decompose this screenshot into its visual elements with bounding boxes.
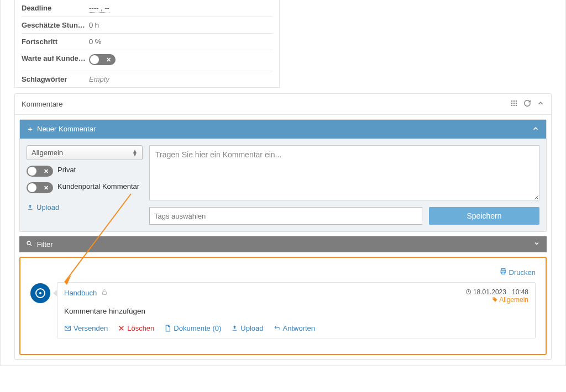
detail-label: Deadline — [22, 4, 89, 13]
new-comment-header[interactable]: ＋Neuer Kommentar — [20, 120, 546, 139]
chevron-updown-icon: ▲▼ — [132, 150, 138, 156]
detail-row-deadline: Deadline ---- , -- — [15, 0, 279, 17]
detail-row-tags: Schlagwörter Empty — [15, 71, 279, 87]
mail-icon — [64, 325, 71, 332]
plus-icon: ＋ — [27, 125, 34, 133]
comment-category[interactable]: Allgemein — [499, 296, 528, 304]
detail-row-progress: Fortschritt 0 % — [15, 34, 279, 50]
svg-point-4 — [513, 103, 515, 104]
portal-label: Kundenportal Kommentar — [57, 182, 143, 190]
reply-action[interactable]: Antworten — [274, 324, 316, 332]
close-icon: ✕ — [44, 168, 49, 175]
new-comment-panel: ＋Neuer Kommentar Allgemein ▲▼ ✕ Privat — [19, 119, 547, 232]
svg-point-7 — [513, 105, 515, 107]
filter-bar[interactable]: Filter — [19, 236, 547, 252]
print-icon — [500, 268, 507, 275]
hours-value[interactable]: 0 h — [89, 21, 99, 29]
deadline-value[interactable]: ---- , -- — [89, 4, 109, 13]
svg-point-0 — [511, 100, 513, 102]
collapse-icon[interactable] — [537, 99, 544, 109]
documents-action[interactable]: Dokumente (0) — [164, 324, 221, 332]
save-button[interactable]: Speichern — [429, 207, 539, 225]
chevron-up-icon[interactable] — [532, 125, 539, 134]
svg-point-3 — [511, 103, 513, 104]
svg-point-8 — [516, 105, 517, 107]
portal-toggle[interactable]: ✕ — [27, 182, 53, 193]
svg-point-1 — [513, 100, 515, 102]
panel-title: Kommentare — [22, 100, 62, 108]
unlock-icon — [101, 289, 108, 297]
detail-row-wait: Warte auf Kunde… ✕ — [15, 50, 279, 71]
tags-value[interactable]: Empty — [89, 75, 109, 83]
close-icon: ✕ — [44, 184, 49, 192]
svg-point-15 — [493, 298, 494, 299]
wait-toggle[interactable]: ✕ — [89, 54, 116, 65]
comments-panel: Kommentare ＋Neuer Kommentar — [14, 93, 552, 360]
document-icon — [164, 325, 171, 332]
comment-time: 10:48 — [512, 288, 528, 296]
upload-icon — [231, 325, 238, 332]
comment-author[interactable]: Handbuch — [64, 289, 97, 297]
avatar — [30, 283, 50, 303]
privat-toggle[interactable]: ✕ — [27, 166, 53, 177]
comment-form: Allgemein ▲▼ ✕ Privat ✕ Kundenportal Kom… — [20, 139, 546, 231]
comment-text: Kommentare hinzufügen — [64, 307, 528, 315]
search-icon — [26, 240, 33, 247]
reply-icon — [274, 325, 281, 332]
send-action[interactable]: Versenden — [64, 324, 108, 332]
svg-rect-13 — [103, 292, 107, 295]
tags-input[interactable] — [149, 207, 422, 225]
category-select[interactable]: Allgemein ▲▼ — [27, 145, 143, 160]
detail-label: Warte auf Kunde… — [22, 54, 89, 67]
svg-point-6 — [511, 105, 513, 107]
chevron-down-icon[interactable] — [533, 240, 540, 248]
highlighted-comment-area: Drucken Handbuch — [19, 257, 547, 355]
privat-label: Privat — [57, 166, 143, 174]
tag-icon — [492, 296, 498, 303]
refresh-icon[interactable] — [523, 99, 531, 109]
detail-label: Geschätzte Stun… — [22, 21, 89, 29]
details-panel: Deadline ---- , -- Geschätzte Stun… 0 h … — [14, 0, 280, 88]
upload-link[interactable]: Upload — [27, 203, 59, 211]
print-link[interactable]: Drucken — [30, 268, 536, 277]
delete-action[interactable]: Löschen — [118, 324, 154, 332]
new-comment-title: Neuer Kommentar — [37, 125, 96, 133]
category-selected: Allgemein — [32, 149, 63, 157]
print-label: Drucken — [509, 268, 536, 277]
svg-point-5 — [516, 103, 517, 104]
comment-date: 18.01.2023 — [473, 288, 506, 296]
comment-textarea[interactable] — [149, 145, 539, 200]
svg-point-2 — [516, 100, 517, 102]
detail-label: Schlagwörter — [22, 75, 89, 83]
filter-label: Filter — [37, 240, 53, 248]
comment-item: Handbuch 18.01.2023 10:48 — [30, 282, 536, 338]
drag-handle-icon[interactable] — [510, 99, 518, 109]
svg-point-9 — [27, 241, 30, 245]
clock-icon — [465, 289, 471, 295]
detail-label: Fortschritt — [22, 38, 89, 46]
upload-label: Upload — [36, 203, 59, 211]
close-icon — [118, 325, 125, 332]
upload-action[interactable]: Upload — [231, 324, 263, 332]
panel-header: Kommentare — [15, 94, 551, 115]
close-icon: ✕ — [106, 56, 111, 63]
detail-row-hours: Geschätzte Stun… 0 h — [15, 17, 279, 33]
progress-value[interactable]: 0 % — [89, 38, 101, 46]
